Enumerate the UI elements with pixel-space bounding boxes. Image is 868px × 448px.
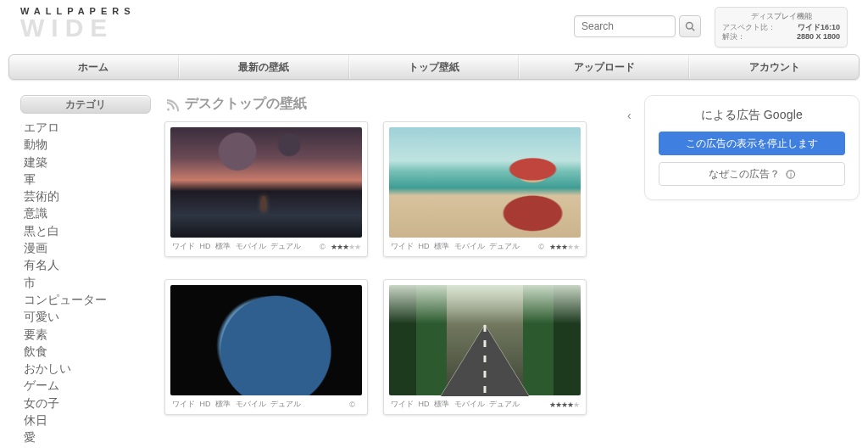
display-info-box: ディスプレイ機能 アスペクト比： ワイド16:10 解決： 2880 X 180… — [715, 7, 848, 48]
format-tag[interactable]: ワイド — [172, 242, 195, 250]
sidebar-item[interactable]: 軍 — [24, 171, 151, 188]
sidebar-item[interactable]: 建築 — [24, 154, 151, 171]
format-tag[interactable]: デュアル — [489, 242, 520, 250]
ad-stop-button[interactable]: この広告の表示を停止します — [659, 132, 845, 155]
page-title: デスクトップの壁紙 — [164, 95, 631, 113]
wallpaper-card[interactable]: ワイド HD 標準 モバイル デュアル © ★★★★★ — [164, 121, 368, 257]
sidebar-item[interactable]: 可愛い — [24, 308, 151, 325]
svg-line-1 — [692, 28, 694, 31]
wallpaper-grid: ワイド HD 標準 モバイル デュアル © ★★★★★ ワイド HD — [164, 121, 631, 415]
aspect-value: ワイド16:10 — [798, 23, 840, 32]
header: WALLPAPERS WIDE ディスプレイ機能 アスペクト比： ワイド16:1… — [0, 0, 868, 51]
sidebar-item[interactable]: 休日 — [24, 412, 151, 428]
wallpaper-thumb[interactable] — [170, 285, 362, 395]
ad-why-button[interactable]: なぜこの広告？ ⓘ — [659, 162, 845, 186]
search-button[interactable] — [679, 15, 701, 37]
ad-title: による広告 Google — [659, 108, 845, 123]
svg-point-0 — [687, 23, 693, 30]
collapse-arrow-icon[interactable]: ‹ — [627, 109, 632, 122]
sidebar-item[interactable]: 市 — [24, 274, 151, 291]
info-icon: ⓘ — [786, 170, 795, 179]
format-tag[interactable]: ワイド — [391, 400, 414, 408]
aspect-label: アスペクト比： — [722, 23, 776, 32]
sidebar-item[interactable]: おかしい — [24, 360, 151, 377]
rating-stars: ★★★★★ — [549, 243, 579, 251]
sidebar-item[interactable]: ゲーム — [24, 377, 151, 394]
format-tags: ワイド HD 標準 モバイル デュアル — [172, 399, 349, 410]
copyright-icon: © — [349, 400, 355, 409]
format-tag[interactable]: モバイル — [236, 242, 266, 250]
copyright-icon: © — [538, 243, 544, 251]
main-nav: ホーム 最新の壁紙 トップ壁紙 アップロード アカウント — [8, 54, 860, 80]
wallpaper-card[interactable]: ワイド HD 標準 モバイル デュアル © — [164, 279, 368, 415]
card-footer: ワイド HD 標準 モバイル デュアル © ★★★★★ — [389, 238, 581, 256]
sidebar-item[interactable]: 黒と白 — [24, 222, 151, 239]
display-info-header: ディスプレイ機能 — [722, 11, 840, 22]
format-tag[interactable]: HD — [419, 400, 430, 408]
format-tag[interactable]: デュアル — [489, 400, 520, 408]
sidebar-item[interactable]: エアロ — [24, 119, 151, 136]
sidebar-header: カテゴリ — [20, 95, 151, 114]
rating-stars: ★★★★★ — [549, 400, 579, 409]
sidebar-item[interactable]: 有名人 — [24, 256, 151, 273]
format-tag[interactable]: モバイル — [236, 400, 266, 408]
format-tag[interactable]: 標準 — [434, 400, 449, 408]
format-tag[interactable]: HD — [200, 400, 211, 408]
ad-panel: ‹ による広告 Google この広告の表示を停止します なぜこの広告？ ⓘ — [631, 95, 860, 200]
ad-why-label: なぜこの広告？ — [709, 168, 780, 180]
resolution-label: 解決： — [722, 32, 745, 42]
format-tag[interactable]: 標準 — [215, 400, 231, 408]
nav-upload[interactable]: アップロード — [519, 55, 689, 79]
resolution-value: 2880 X 1800 — [797, 32, 840, 42]
search-icon — [685, 21, 695, 31]
format-tag[interactable]: ワイド — [391, 242, 414, 250]
sidebar-item[interactable]: 愛 — [24, 428, 151, 445]
rss-icon — [164, 97, 180, 112]
sidebar-list: エアロ 動物 建築 軍 芸術的 意識 黒と白 漫画 有名人 市 コンピューター … — [20, 114, 151, 448]
ad-brand: Google — [764, 108, 803, 121]
content: カテゴリ エアロ 動物 建築 軍 芸術的 意識 黒と白 漫画 有名人 市 コンピ… — [0, 80, 868, 448]
format-tag[interactable]: ワイド — [172, 400, 195, 408]
wallpaper-thumb[interactable] — [170, 127, 362, 238]
format-tags: ワイド HD 標準 モバイル デュアル — [391, 399, 549, 410]
nav-latest[interactable]: 最新の壁紙 — [179, 55, 349, 79]
format-tag[interactable]: 標準 — [215, 242, 231, 250]
sidebar-item[interactable]: 意識 — [24, 204, 151, 221]
wallpaper-card[interactable]: ワイド HD 標準 モバイル デュアル © ★★★★★ — [383, 121, 587, 257]
rating-stars: ★★★★★ — [331, 243, 360, 251]
wallpaper-thumb[interactable] — [389, 127, 581, 238]
format-tag[interactable]: デュアル — [270, 242, 301, 250]
copyright-icon: © — [320, 243, 326, 251]
wallpaper-card[interactable]: ワイド HD 標準 モバイル デュアル ★★★★★ — [383, 279, 587, 415]
format-tag[interactable]: モバイル — [454, 242, 485, 250]
site-logo[interactable]: WALLPAPERS WIDE — [20, 3, 136, 39]
sidebar-item[interactable]: 要素 — [24, 326, 151, 343]
format-tag[interactable]: モバイル — [454, 400, 485, 408]
format-tags: ワイド HD 標準 モバイル デュアル — [391, 241, 538, 252]
main: デスクトップの壁紙 ワイド HD 標準 モバイル デュアル © ★★★★★ — [151, 95, 631, 415]
card-footer: ワイド HD 標準 モバイル デュアル ★★★★★ — [389, 395, 581, 414]
sidebar-item[interactable]: 女の子 — [24, 395, 151, 412]
card-footer: ワイド HD 標準 モバイル デュアル © ★★★★★ — [170, 238, 362, 256]
sidebar-item[interactable]: 動物 — [24, 136, 151, 153]
format-tag[interactable]: HD — [200, 242, 211, 250]
sidebar-item[interactable]: 芸術的 — [24, 188, 151, 204]
search-input[interactable] — [574, 15, 676, 37]
nav-top[interactable]: トップ壁紙 — [349, 55, 520, 79]
sidebar-item[interactable]: 漫画 — [24, 239, 151, 256]
wallpaper-thumb[interactable] — [389, 285, 581, 395]
nav-home[interactable]: ホーム — [9, 55, 179, 79]
ad-box: による広告 Google この広告の表示を停止します なぜこの広告？ ⓘ — [644, 95, 860, 200]
sidebar-item[interactable]: 飲食 — [24, 343, 151, 360]
ad-prefix: による広告 — [701, 108, 760, 121]
nav-account[interactable]: アカウント — [689, 55, 859, 79]
format-tag[interactable]: デュアル — [270, 400, 301, 408]
format-tags: ワイド HD 標準 モバイル デュアル — [172, 241, 320, 252]
page-title-text: デスクトップの壁紙 — [185, 95, 307, 113]
format-tag[interactable]: 標準 — [434, 242, 449, 250]
logo-text-bottom: WIDE — [20, 16, 136, 39]
sidebar: カテゴリ エアロ 動物 建築 軍 芸術的 意識 黒と白 漫画 有名人 市 コンピ… — [20, 95, 151, 448]
sidebar-item[interactable]: コンピューター — [24, 291, 151, 308]
format-tag[interactable]: HD — [419, 242, 430, 250]
search — [574, 15, 701, 37]
